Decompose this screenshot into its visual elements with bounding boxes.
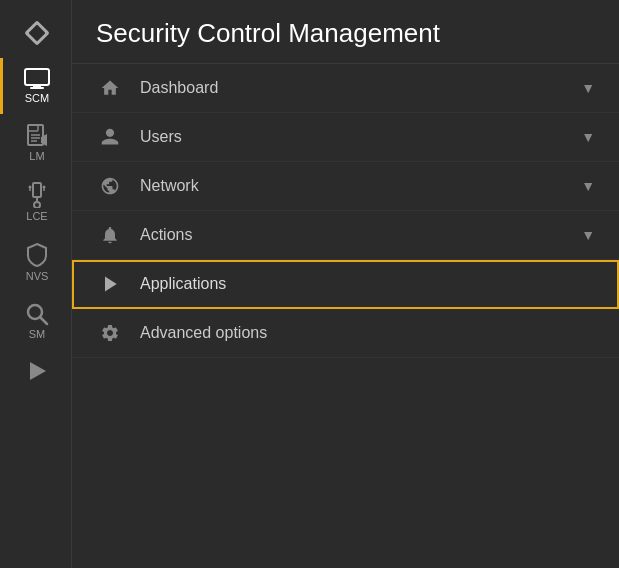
gear-icon — [96, 323, 124, 343]
svg-marker-20 — [30, 362, 46, 380]
svg-point-13 — [34, 202, 40, 208]
icon-sidebar: SCM LM — [0, 0, 72, 568]
svg-marker-21 — [105, 277, 117, 292]
dashboard-arrow: ▼ — [581, 80, 595, 96]
play-sidebar-icon — [26, 360, 48, 382]
svg-rect-11 — [33, 183, 41, 197]
nav-menu: Dashboard ▼ Users ▼ Network ▼ Actions ▼ — [72, 64, 619, 568]
shield-icon — [26, 242, 48, 268]
sidebar-item-scm-label: SCM — [25, 92, 49, 104]
svg-rect-4 — [30, 87, 44, 89]
page-title: Security Control Management — [72, 0, 619, 64]
nav-item-dashboard[interactable]: Dashboard ▼ — [72, 64, 619, 113]
sidebar-item-sm[interactable]: SM — [0, 292, 72, 350]
play-nav-icon — [96, 274, 124, 294]
nav-label-users: Users — [140, 128, 573, 146]
nav-label-dashboard: Dashboard — [140, 79, 573, 97]
svg-rect-2 — [25, 69, 49, 85]
actions-arrow: ▼ — [581, 227, 595, 243]
sidebar-item-nvs[interactable]: NVS — [0, 232, 72, 292]
nav-label-applications: Applications — [140, 275, 595, 293]
search-icon — [25, 302, 49, 326]
svg-rect-3 — [33, 85, 41, 87]
diamond-icon — [22, 18, 52, 48]
nav-item-users[interactable]: Users ▼ — [72, 113, 619, 162]
sidebar-item-lce[interactable]: LCE — [0, 172, 72, 232]
sidebar-item-lce-label: LCE — [26, 210, 47, 222]
sidebar-item-play[interactable] — [0, 350, 72, 394]
nav-item-applications[interactable]: Applications — [72, 260, 619, 309]
svg-line-19 — [40, 317, 47, 324]
sidebar-logo[interactable] — [0, 8, 72, 58]
sidebar-item-lm[interactable]: LM — [0, 114, 72, 172]
home-icon — [96, 78, 124, 98]
nav-item-network[interactable]: Network ▼ — [72, 162, 619, 211]
sidebar-item-sm-label: SM — [29, 328, 46, 340]
document-icon — [26, 124, 48, 148]
globe-icon — [96, 176, 124, 196]
svg-point-16 — [29, 186, 32, 189]
bell-icon — [96, 225, 124, 245]
sidebar-item-nvs-label: NVS — [26, 270, 49, 282]
usb-icon — [26, 182, 48, 208]
user-icon — [96, 127, 124, 147]
nav-label-network: Network — [140, 177, 573, 195]
nav-item-advanced-options[interactable]: Advanced options — [72, 309, 619, 358]
sidebar-item-lm-label: LM — [29, 150, 44, 162]
nav-label-advanced-options: Advanced options — [140, 324, 595, 342]
nav-item-actions[interactable]: Actions ▼ — [72, 211, 619, 260]
nav-label-actions: Actions — [140, 226, 573, 244]
main-content: Security Control Management Dashboard ▼ … — [72, 0, 619, 568]
network-arrow: ▼ — [581, 178, 595, 194]
svg-point-17 — [43, 186, 46, 189]
sidebar-item-scm[interactable]: SCM — [0, 58, 72, 114]
monitor-icon — [24, 68, 50, 90]
users-arrow: ▼ — [581, 129, 595, 145]
